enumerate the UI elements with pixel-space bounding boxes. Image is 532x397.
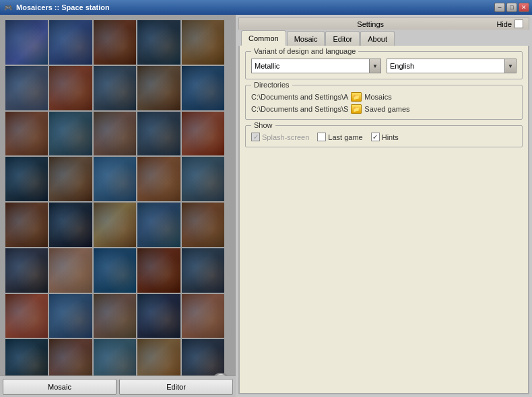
main-content: Mosaic Editor Settings Hide Common Mosai… (0, 15, 532, 397)
mosaic-cell (94, 203, 136, 247)
minimize-button[interactable]: – (494, 3, 505, 12)
tab-about[interactable]: About (360, 31, 395, 46)
hints-label: Hints (382, 133, 399, 141)
hide-wrapper: Hide (496, 20, 523, 28)
design-dropdown-field: Metallic (251, 59, 369, 73)
tabs-container: Common Mosaic Editor About (238, 30, 529, 46)
dir2-name: Saved games (364, 105, 409, 113)
settings-panel: Variant of design and language Metallic … (238, 46, 529, 394)
language-dropdown-arrow[interactable]: ▼ (504, 59, 517, 73)
splash-checkbox-wrap: ✓ Splash-screen (251, 133, 309, 141)
close-button[interactable]: ✕ (519, 3, 529, 12)
hide-label: Hide (496, 20, 512, 28)
bottom-bar: Mosaic Editor (0, 375, 236, 397)
design-language-title: Variant of design and language (251, 47, 358, 55)
last-game-label: Last game (328, 133, 362, 141)
mosaic-cell (182, 20, 224, 65)
mosaic-cell (182, 66, 224, 110)
tab-editor[interactable]: Editor (325, 31, 360, 46)
mosaic-cell (137, 203, 180, 247)
dir1-path: C:\Documents and Settings\A (251, 93, 348, 101)
app-icon: 🎮 (3, 2, 13, 13)
left-panel: Mosaic Editor (0, 15, 236, 397)
mosaic-cell (5, 66, 48, 110)
mosaic-cell (137, 157, 180, 201)
mosaic-cell (5, 112, 48, 156)
settings-inner: Variant of design and language Metallic … (240, 46, 528, 158)
last-game-checkbox[interactable] (317, 133, 326, 141)
language-dropdown-wrap: English ▼ (387, 59, 517, 73)
directories-title: Directories (251, 81, 292, 89)
mosaic-cell (94, 20, 136, 65)
mosaic-cell (5, 203, 48, 247)
design-dropdown-wrap: Metallic ▼ (251, 59, 381, 73)
splash-label: Splash-screen (262, 133, 309, 141)
dropdowns-row: Metallic ▼ English ▼ (251, 59, 517, 73)
mosaic-cell (182, 157, 224, 201)
mosaic-cell (94, 294, 136, 338)
mosaic-grid (5, 20, 224, 384)
hide-checkbox[interactable] (514, 20, 523, 28)
maximize-button[interactable]: □ (506, 3, 517, 12)
hints-checkbox[interactable] (371, 133, 380, 141)
right-panel: Settings Hide Common Mosaic Editor About… (236, 15, 532, 397)
mosaic-cell (49, 248, 92, 293)
window-controls: – □ ✕ (494, 3, 529, 12)
tab-common[interactable]: Common (241, 30, 286, 46)
mosaic-cell (5, 294, 48, 338)
dir1-row: C:\Documents and Settings\A 📁 Mosaics (251, 92, 517, 102)
tab-mosaic[interactable]: Mosaic (287, 31, 325, 46)
mosaic-cell (94, 112, 136, 156)
mosaic-cell (137, 66, 180, 110)
mosaic-cell (49, 157, 92, 201)
last-game-checkbox-wrap: Last game (317, 133, 362, 141)
dir2-folder-icon[interactable]: 📁 (351, 104, 362, 114)
design-language-group: Variant of design and language Metallic … (245, 51, 523, 79)
mosaic-cell (137, 294, 180, 338)
dir1-name: Mosaics (364, 93, 391, 101)
design-dropdown-arrow[interactable]: ▼ (369, 59, 381, 73)
editor-button[interactable]: Editor (119, 379, 233, 395)
language-value: English (390, 62, 414, 70)
mosaic-cell (94, 248, 136, 293)
mosaic-cell (137, 112, 180, 156)
mosaic-button[interactable]: Mosaic (3, 379, 117, 395)
mosaic-cell (49, 20, 92, 65)
dir2-path: C:\Documents and Settings\S (251, 105, 348, 113)
mosaic-cell (5, 157, 48, 201)
mosaic-cell (182, 248, 224, 293)
settings-title: Settings (244, 20, 496, 28)
mosaic-cell (49, 66, 92, 110)
mosaic-cell (49, 203, 92, 247)
settings-header: Settings Hide (238, 17, 529, 30)
directories-group: Directories C:\Documents and Settings\A … (245, 85, 523, 120)
mosaic-cell (137, 20, 180, 65)
show-group: Show ✓ Splash-screen Last game Hints (245, 125, 523, 147)
mosaic-cell (94, 157, 136, 201)
mosaic-cell (49, 112, 92, 156)
mosaic-cell (182, 112, 224, 156)
mosaic-cell (182, 294, 224, 338)
mosaic-cell (49, 294, 92, 338)
mosaic-cell (182, 203, 224, 247)
splash-checkbox[interactable]: ✓ (251, 133, 260, 141)
mosaic-cell (5, 248, 48, 293)
dir2-row: C:\Documents and Settings\S 📁 Saved game… (251, 104, 517, 114)
design-value: Metallic (255, 62, 279, 70)
mosaic-cell (5, 20, 48, 65)
language-dropdown-field: English (387, 59, 504, 73)
show-row: ✓ Splash-screen Last game Hints (251, 133, 517, 141)
title-bar: 🎮 Mosaicers :: Space station – □ ✕ (0, 0, 532, 15)
dir1-folder-icon[interactable]: 📁 (351, 92, 362, 102)
mosaic-cell (137, 248, 180, 293)
mosaic-cell (94, 66, 136, 110)
show-title: Show (251, 121, 275, 129)
window-title: Mosaicers :: Space station (16, 3, 494, 11)
hints-checkbox-wrap: Hints (371, 133, 399, 141)
